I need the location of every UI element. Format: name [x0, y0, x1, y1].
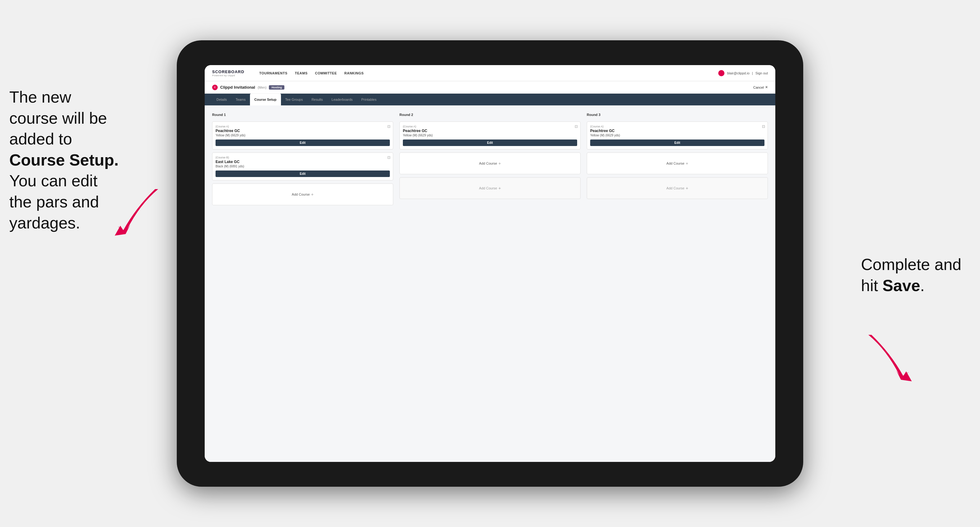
tab-results[interactable]: Results — [307, 94, 327, 105]
tab-teams[interactable]: Teams — [231, 94, 250, 105]
top-nav: SCOREBOARD Powered by clippd TOURNAMENTS… — [205, 65, 775, 81]
round3-course-a-edit-button[interactable]: Edit — [590, 140, 764, 146]
main-content: Round 1 (Course A) Peachtree GC Yellow (… — [205, 105, 775, 462]
rounds-grid: Round 1 (Course A) Peachtree GC Yellow (… — [212, 113, 768, 205]
round1-course-b-name: East Lake GC — [216, 160, 390, 164]
tablet-screen: SCOREBOARD Powered by clippd TOURNAMENTS… — [205, 65, 775, 462]
tournament-bar: C Clippd Invitational (Men) Hosting Canc… — [205, 81, 775, 94]
cancel-button[interactable]: Cancel ✕ — [753, 85, 768, 89]
round3-add-course-text: Add Course + — [667, 161, 688, 166]
round1-course-a-card: (Course A) Peachtree GC Yellow (M) (6629… — [212, 122, 393, 149]
round2-course-a-delete-button[interactable]: ⊡ — [575, 124, 578, 129]
round3-add-course-disabled-text: Add Course + — [667, 186, 688, 190]
nav-committee[interactable]: COMMITTEE — [315, 70, 337, 76]
round-1-column: Round 1 (Course A) Peachtree GC Yellow (… — [212, 113, 393, 205]
round1-add-course-plus-icon: + — [311, 192, 313, 197]
round2-add-course-button[interactable]: Add Course + — [399, 152, 581, 174]
round1-course-b-delete-button[interactable]: ⊡ — [387, 155, 390, 160]
tournament-name-section: C Clippd Invitational (Men) Hosting — [212, 85, 285, 90]
round1-course-b-tee: Black (M) (6891 yds) — [216, 165, 390, 168]
round1-course-b-label: (Course B) — [216, 156, 390, 159]
round1-course-a-edit-button[interactable]: Edit — [216, 140, 390, 146]
tab-details[interactable]: Details — [212, 94, 231, 105]
round3-course-a-card: (Course A) Peachtree GC Yellow (M) (6629… — [587, 122, 768, 149]
round3-add-course-button[interactable]: Add Course + — [587, 152, 768, 174]
round3-course-a-label: (Course A) — [590, 125, 764, 128]
round1-course-a-tee: Yellow (M) (6629 yds) — [216, 133, 390, 137]
round-1-title: Round 1 — [212, 113, 393, 117]
round3-add-course-disabled: Add Course + — [587, 177, 768, 199]
round3-course-a-delete-button[interactable]: ⊡ — [762, 124, 765, 129]
tablet-device: SCOREBOARD Powered by clippd TOURNAMENTS… — [177, 40, 803, 487]
round1-add-course-text: Add Course + — [292, 192, 313, 197]
round1-course-a-name: Peachtree GC — [216, 129, 390, 133]
round1-course-b-card: (Course B) East Lake GC Black (M) (6891 … — [212, 152, 393, 181]
round2-add-course-disabled: Add Course + — [399, 177, 581, 199]
user-avatar — [718, 70, 724, 76]
user-email: blair@clippd.io — [727, 71, 749, 75]
round3-add-course-plus-icon: + — [686, 161, 688, 166]
nav-links: TOURNAMENTS TEAMS COMMITTEE RANKINGS — [259, 70, 709, 76]
round2-add-course-disabled-text: Add Course + — [479, 186, 501, 190]
round2-course-a-name: Peachtree GC — [403, 129, 577, 133]
sign-out-link[interactable]: Sign out — [756, 71, 768, 75]
round2-add-course-plus-icon: + — [498, 161, 501, 166]
round-2-column: Round 2 (Course A) Peachtree GC Yellow (… — [399, 113, 581, 205]
logo-title: SCOREBOARD — [212, 70, 244, 74]
round2-add-course-text: Add Course + — [479, 161, 501, 166]
round3-course-a-name: Peachtree GC — [590, 129, 764, 133]
men-label: (Men) — [258, 86, 267, 89]
round2-course-a-card: (Course A) Peachtree GC Yellow (M) (6629… — [399, 122, 581, 149]
tab-leaderboards[interactable]: Leaderboards — [327, 94, 357, 105]
round1-course-b-edit-button[interactable]: Edit — [216, 170, 390, 177]
tab-tee-groups[interactable]: Tee Groups — [281, 94, 307, 105]
cancel-x-icon: ✕ — [765, 85, 768, 89]
round-3-title: Round 3 — [587, 113, 768, 117]
round-2-title: Round 2 — [399, 113, 581, 117]
top-nav-right: blair@clippd.io | Sign out — [718, 70, 768, 76]
scoreboard-logo: SCOREBOARD Powered by clippd — [212, 70, 244, 77]
tournament-title: Clippd Invitational — [220, 85, 255, 90]
nav-rankings[interactable]: RANKINGS — [344, 70, 364, 76]
round2-add-course-disabled-plus-icon: + — [498, 186, 501, 190]
tab-bar: Details Teams Course Setup Tee Groups Re… — [205, 94, 775, 105]
round3-add-course-disabled-plus-icon: + — [686, 186, 688, 190]
tab-printables[interactable]: Printables — [357, 94, 381, 105]
nav-tournaments[interactable]: TOURNAMENTS — [259, 70, 288, 76]
arrow-right-icon — [856, 325, 931, 400]
round3-course-a-tee: Yellow (M) (6629 yds) — [590, 133, 764, 137]
annotation-right: Complete and hit Save. — [861, 254, 961, 296]
nav-separator: | — [752, 71, 753, 75]
svg-marker-1 — [901, 371, 912, 381]
tab-course-setup[interactable]: Course Setup — [250, 94, 281, 105]
nav-teams[interactable]: TEAMS — [295, 70, 308, 76]
round1-add-course-button[interactable]: Add Course + — [212, 184, 393, 205]
round1-course-a-label: (Course A) — [216, 125, 390, 128]
round2-course-a-tee: Yellow (M) (6629 yds) — [403, 133, 577, 137]
tournament-badge: C — [212, 85, 218, 90]
logo-subtitle: Powered by clippd — [212, 74, 244, 77]
round2-course-a-label: (Course A) — [403, 125, 577, 128]
round2-course-a-edit-button[interactable]: Edit — [403, 140, 577, 146]
round1-course-a-delete-button[interactable]: ⊡ — [387, 124, 390, 129]
hosting-badge: Hosting — [269, 85, 285, 90]
annotation-left: The new course will be added to Course S… — [9, 87, 119, 233]
round-3-column: Round 3 (Course A) Peachtree GC Yellow (… — [587, 113, 768, 205]
